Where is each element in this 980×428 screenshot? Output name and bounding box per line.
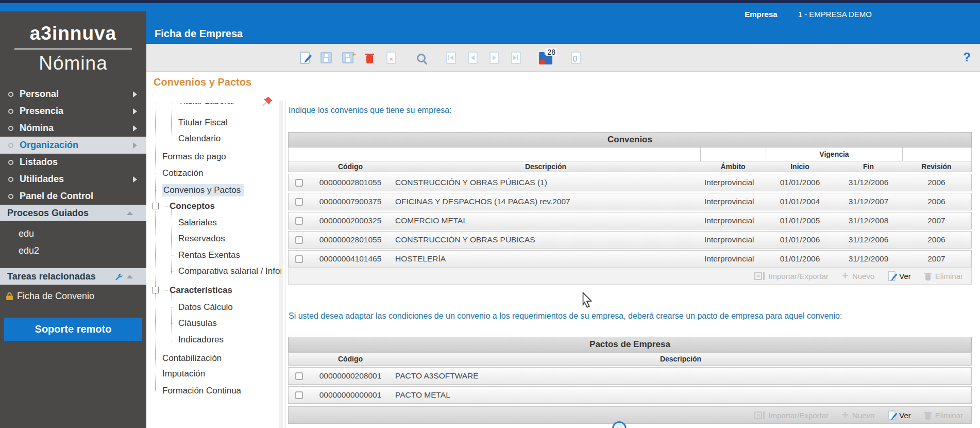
col-codigo[interactable]: Código bbox=[310, 353, 391, 365]
delete-row-button[interactable]: Eliminar bbox=[924, 411, 963, 420]
convenio-row[interactable]: 00000002801055 CONSTRUCCIÓN Y OBRAS PÚBI… bbox=[288, 231, 972, 249]
tree-item-datos-calculo[interactable]: Datos Cálculo bbox=[172, 301, 233, 314]
search-button[interactable] bbox=[413, 49, 429, 67]
row-checkbox[interactable] bbox=[295, 391, 303, 399]
first-record-button[interactable] bbox=[443, 49, 459, 67]
import-export-button[interactable]: ×Importar/Exportar bbox=[754, 411, 829, 420]
last-record-button[interactable] bbox=[508, 49, 523, 67]
convenio-row[interactable]: 00000004101465 HOSTELERÍA Interprovincia… bbox=[288, 250, 972, 268]
tree-item-rentas-exentas[interactable]: Rentas Exentas bbox=[172, 249, 240, 262]
tree-item-caracteristicas[interactable]: Características bbox=[163, 284, 232, 297]
row-checkbox[interactable] bbox=[295, 179, 303, 187]
sidebar-item-panel-de-control[interactable]: Panel de Control bbox=[0, 188, 146, 205]
discard-button[interactable]: × bbox=[383, 49, 399, 67]
logo-divider bbox=[14, 48, 132, 50]
row-checkbox[interactable] bbox=[295, 372, 303, 380]
cell-inicio: 01/01/2006 bbox=[766, 232, 834, 248]
sidebar-item-personal[interactable]: Personal bbox=[0, 86, 146, 103]
tree-item-reservados[interactable]: Reservados bbox=[172, 232, 225, 245]
view-button[interactable]: Ver bbox=[888, 410, 911, 420]
collapse-box-icon[interactable] bbox=[152, 287, 159, 293]
discard-icon: × bbox=[386, 52, 396, 64]
convenio-row[interactable]: 00000002000325 COMERCIO METAL Interprovi… bbox=[288, 212, 972, 229]
empresa-value[interactable]: 1 - EMPRESA DEMO bbox=[798, 10, 872, 19]
col-ambito[interactable]: Ámbito bbox=[700, 161, 766, 172]
bullet-icon bbox=[8, 126, 13, 131]
tree-item-formas-de-pago[interactable]: Formas de pago bbox=[156, 150, 226, 163]
pacto-row[interactable]: 00000000208001 PACTO A3SOFTWARE bbox=[288, 367, 972, 385]
guided-item-edu2[interactable]: edu2 bbox=[19, 245, 39, 256]
col-descripcion[interactable]: Descripción bbox=[391, 353, 970, 365]
sidebar-item-nomina[interactable]: Nómina bbox=[0, 120, 146, 137]
save-new-button[interactable]: + bbox=[340, 49, 356, 67]
tree-item-indicadores[interactable]: Indicadores bbox=[172, 333, 224, 347]
sidebar-item-listados[interactable]: Listados bbox=[0, 154, 146, 171]
attachments-button[interactable] bbox=[568, 49, 583, 67]
tree-item-titular-fiscal[interactable]: Titular Fiscal bbox=[172, 116, 228, 129]
submenu-arrow-icon bbox=[133, 176, 137, 183]
delete-button[interactable] bbox=[362, 49, 377, 67]
remote-support-button[interactable]: Soporte remoto bbox=[4, 318, 142, 341]
tree-item-comparativa-salarial[interactable]: Comparativa salarial / Infor bbox=[172, 265, 281, 278]
tree-item-calendario[interactable]: Calendario bbox=[172, 132, 221, 145]
cell-codigo: 00000002000325 bbox=[310, 212, 391, 229]
pactos-table-title: Pactos de Empresa bbox=[288, 337, 972, 352]
submenu-arrow-icon bbox=[133, 91, 137, 97]
tree-item-convenios-y-pactos[interactable]: Convenios y Pactos bbox=[156, 184, 244, 197]
row-checkbox[interactable] bbox=[295, 198, 303, 206]
tree-item-titular-laboral[interactable]: Titular Laboral bbox=[172, 103, 234, 108]
tree-item-salariales[interactable]: Salariales bbox=[172, 216, 217, 229]
title-bar: Ficha de Empresa bbox=[146, 21, 980, 44]
import-export-button[interactable]: ×Importar/Exportar bbox=[754, 272, 829, 281]
col-descripcion[interactable]: Descripción bbox=[391, 161, 700, 172]
section-procesos-guiados[interactable]: Procesos Guiados bbox=[0, 205, 146, 221]
tree-item-conceptos[interactable]: Conceptos bbox=[163, 200, 215, 213]
previous-record-button[interactable] bbox=[465, 49, 480, 67]
tree-item-clausulas[interactable]: Cláusulas bbox=[172, 317, 217, 330]
convenio-row[interactable]: 00000007900375 OFICINAS Y DESPACHOS (14 … bbox=[288, 193, 972, 210]
pactos-table: Pactos de Empresa Código Descripción 000… bbox=[288, 337, 972, 404]
edit-pencil-icon bbox=[888, 271, 895, 281]
tree-item-cotizacion[interactable]: Cotización bbox=[156, 167, 203, 180]
sidebar-item-utilidades[interactable]: Utilidades bbox=[0, 171, 146, 188]
trash-icon bbox=[924, 411, 932, 420]
task-ficha-de-convenio[interactable]: Ficha de Convenio bbox=[5, 291, 94, 302]
sidebar-item-presencia[interactable]: Presencia bbox=[0, 103, 146, 120]
delete-row-button[interactable]: Eliminar bbox=[924, 272, 963, 281]
collapse-box-icon[interactable] bbox=[152, 203, 159, 209]
next-record-button[interactable] bbox=[486, 49, 502, 67]
col-revision[interactable]: Revisión bbox=[903, 161, 970, 172]
cell-revision: 2006 bbox=[903, 174, 970, 191]
guided-item-edu[interactable]: edu bbox=[19, 228, 34, 239]
row-checkbox[interactable] bbox=[295, 255, 303, 263]
row-checkbox[interactable] bbox=[295, 236, 303, 244]
pactos-column-headers: Código Descripción bbox=[288, 352, 972, 366]
save-button[interactable] bbox=[318, 49, 334, 67]
tree-item-imputacion[interactable]: Imputación bbox=[156, 367, 205, 381]
pacto-row[interactable]: 00000000000001 PACTO METAL bbox=[288, 386, 972, 404]
col-fin[interactable]: Fin bbox=[834, 161, 903, 172]
sidebar-item-organizacion[interactable]: Organización bbox=[0, 137, 146, 154]
tree-item-contabilizacion[interactable]: Contabilización bbox=[156, 352, 222, 365]
bullet-icon bbox=[8, 177, 13, 182]
logo-brand: a3innuva bbox=[0, 23, 146, 44]
section-tareas-relacionadas[interactable]: Tareas relacionadas bbox=[0, 268, 146, 285]
edit-icon bbox=[300, 52, 310, 64]
tree-item-formacion-continua[interactable]: Formación Continua bbox=[156, 384, 241, 398]
row-checkbox[interactable] bbox=[295, 217, 303, 225]
col-inicio[interactable]: Inicio bbox=[766, 161, 834, 172]
trash-icon bbox=[924, 272, 932, 281]
mouse-cursor bbox=[581, 292, 594, 308]
cell-descripcion: PACTO A3SOFTWARE bbox=[391, 368, 970, 384]
view-button[interactable]: Ver bbox=[888, 271, 911, 281]
submenu-arrow-icon bbox=[133, 108, 137, 114]
edit-button[interactable] bbox=[297, 49, 312, 67]
help-button[interactable]: ? bbox=[963, 50, 971, 64]
save-icon bbox=[320, 52, 332, 63]
col-codigo[interactable]: Código bbox=[310, 161, 391, 172]
new-button[interactable]: +Nuevo bbox=[842, 409, 874, 421]
convenio-row[interactable]: 00000002801055 CONSTRUCCIÓN Y OBRAS PÚBI… bbox=[288, 174, 972, 191]
new-button[interactable]: +Nuevo bbox=[842, 270, 874, 282]
convenios-actions-bar: ×Importar/Exportar +Nuevo Ver Eliminar bbox=[288, 267, 972, 285]
documents-button[interactable]: 28 bbox=[538, 49, 553, 67]
